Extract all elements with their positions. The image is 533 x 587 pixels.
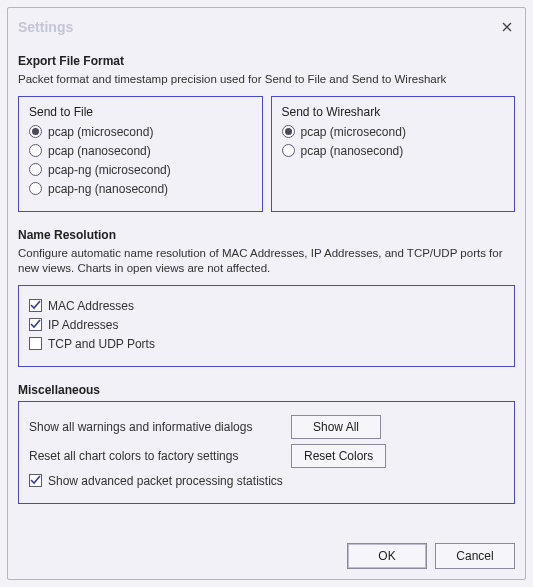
radio-icon xyxy=(282,125,295,138)
radio-icon xyxy=(29,125,42,138)
radio-icon xyxy=(29,144,42,157)
radio-label: pcap (microsecond) xyxy=(48,125,153,139)
radio-file-pcap-us[interactable]: pcap (microsecond) xyxy=(29,125,252,139)
send-to-file-panel: Send to File pcap (microsecond) pcap (na… xyxy=(18,96,263,212)
misc-panel: Show all warnings and informative dialog… xyxy=(18,401,515,504)
footer: OK Cancel xyxy=(18,533,515,569)
settings-window: Settings Export File Format Packet forma… xyxy=(7,7,526,580)
radio-icon xyxy=(29,163,42,176)
nameres-panel: MAC Addresses IP Addresses TCP and UDP P… xyxy=(18,285,515,367)
reset-colors-label: Reset all chart colors to factory settin… xyxy=(29,449,279,463)
checkbox-ports[interactable]: TCP and UDP Ports xyxy=(29,337,504,351)
radio-label: pcap (nanosecond) xyxy=(48,144,151,158)
reset-colors-button[interactable]: Reset Colors xyxy=(291,444,386,468)
export-heading: Export File Format xyxy=(18,54,515,68)
radio-icon xyxy=(29,182,42,195)
checkbox-mac[interactable]: MAC Addresses xyxy=(29,299,504,313)
checkbox-icon xyxy=(29,299,42,312)
nameres-desc: Configure automatic name resolution of M… xyxy=(18,246,515,277)
export-desc: Packet format and timestamp precision us… xyxy=(18,72,515,88)
checkbox-icon xyxy=(29,337,42,350)
cancel-button[interactable]: Cancel xyxy=(435,543,515,569)
send-to-file-title: Send to File xyxy=(29,105,252,119)
send-to-wireshark-title: Send to Wireshark xyxy=(282,105,505,119)
titlebar: Settings xyxy=(18,16,515,38)
ok-button[interactable]: OK xyxy=(347,543,427,569)
checkbox-stats[interactable]: Show advanced packet processing statisti… xyxy=(29,474,504,488)
radio-label: pcap-ng (microsecond) xyxy=(48,163,171,177)
radio-file-pcapng-ns[interactable]: pcap-ng (nanosecond) xyxy=(29,182,252,196)
checkbox-label: IP Addresses xyxy=(48,318,119,332)
checkbox-label: Show advanced packet processing statisti… xyxy=(48,474,283,488)
radio-file-pcapng-us[interactable]: pcap-ng (microsecond) xyxy=(29,163,252,177)
show-warnings-label: Show all warnings and informative dialog… xyxy=(29,420,279,434)
send-to-wireshark-panel: Send to Wireshark pcap (microsecond) pca… xyxy=(271,96,516,212)
checkbox-label: TCP and UDP Ports xyxy=(48,337,155,351)
show-all-button[interactable]: Show All xyxy=(291,415,381,439)
radio-label: pcap (microsecond) xyxy=(301,125,406,139)
radio-icon xyxy=(282,144,295,157)
close-icon[interactable] xyxy=(499,19,515,35)
checkbox-ip[interactable]: IP Addresses xyxy=(29,318,504,332)
content: Export File Format Packet format and tim… xyxy=(18,38,515,533)
nameres-heading: Name Resolution xyxy=(18,228,515,242)
window-title: Settings xyxy=(18,19,73,35)
checkbox-label: MAC Addresses xyxy=(48,299,134,313)
radio-label: pcap (nanosecond) xyxy=(301,144,404,158)
checkbox-icon xyxy=(29,474,42,487)
radio-file-pcap-ns[interactable]: pcap (nanosecond) xyxy=(29,144,252,158)
radio-ws-pcap-us[interactable]: pcap (microsecond) xyxy=(282,125,505,139)
radio-label: pcap-ng (nanosecond) xyxy=(48,182,168,196)
checkbox-icon xyxy=(29,318,42,331)
misc-heading: Miscellaneous xyxy=(18,383,515,397)
radio-ws-pcap-ns[interactable]: pcap (nanosecond) xyxy=(282,144,505,158)
